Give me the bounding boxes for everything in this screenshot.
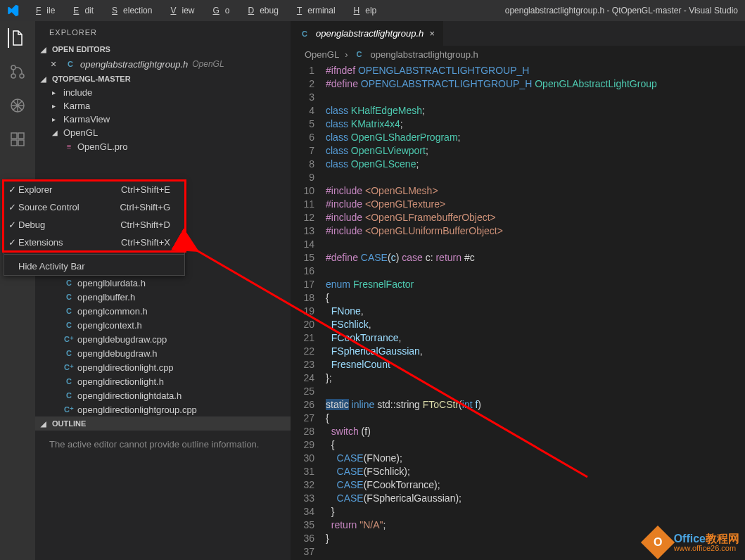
file-item[interactable]: C⁺opengldebugdraw.cpp — [35, 332, 291, 346]
file-item[interactable]: Copenglcommon.h — [35, 304, 291, 318]
c-file-icon: C — [63, 348, 75, 359]
menu-view[interactable]: View — [159, 3, 200, 18]
outline-header[interactable]: ◢ OUTLINE — [35, 416, 291, 431]
file-item[interactable]: ≡OpenGL.pro — [35, 139, 291, 153]
folder-item[interactable]: ◢OpenGL — [35, 126, 291, 139]
menu-edit[interactable]: Edit — [62, 3, 99, 18]
c-file-icon: C — [63, 305, 75, 317]
menu-label: Hide Activity Bar — [18, 261, 85, 272]
vscode-logo-icon — [0, 4, 25, 17]
code-lines[interactable]: #ifndef OPENGLABSTRACTLIGHTGROUP_H#defin… — [326, 63, 745, 560]
menu-label: Explorer — [18, 184, 52, 195]
chevron-icon: ◢ — [52, 129, 61, 136]
c-file-icon: C — [299, 28, 310, 39]
breadcrumb-item[interactable]: OpenGL — [305, 49, 339, 60]
folder-item[interactable]: ▸Karma — [35, 99, 291, 113]
file-item[interactable]: C⁺opengldirectionlightgroup.cpp — [35, 402, 291, 416]
explorer-icon[interactable] — [8, 28, 27, 48]
file-item[interactable]: Copenglblurdata.h — [35, 276, 291, 290]
open-editor-item[interactable]: × C openglabstractlightgroup.h OpenGL — [35, 56, 291, 72]
context-menu-item[interactable]: ✓Source ControlCtrl+Shift+G — [4, 198, 184, 216]
explorer-sidebar: EXPLORER ◢ OPEN EDITORS × C openglabstra… — [35, 21, 291, 560]
folder-item[interactable]: ▸KarmaView — [35, 113, 291, 126]
file-item[interactable]: Copengldirectionlight.h — [35, 374, 291, 388]
context-menu-item[interactable]: Hide Activity Bar — [4, 257, 184, 275]
menu-go[interactable]: Go — [201, 3, 235, 18]
debug-icon[interactable] — [8, 96, 27, 115]
cpp-file-icon: C⁺ — [63, 362, 75, 373]
svg-point-2 — [11, 74, 15, 78]
editor-tab[interactable]: C openglabstractlightgroup.h × — [291, 21, 444, 46]
folder-name: include — [63, 87, 92, 98]
activity-bar — [0, 21, 35, 560]
menu-file[interactable]: File — [25, 3, 61, 18]
title-bar: FileEditSelectionViewGoDebugTerminalHelp… — [0, 0, 745, 21]
file-name: opengldebugdraw.h — [77, 348, 158, 359]
activity-bar-context-menu: ✓ExplorerCtrl+Shift+E✓Source ControlCtrl… — [4, 180, 185, 276]
outline-label: OUTLINE — [52, 419, 86, 428]
c-file-icon: C — [63, 376, 75, 387]
folder-name: KarmaView — [63, 114, 110, 125]
chevron-icon: ▸ — [52, 89, 61, 96]
menu-label: Debug — [18, 219, 45, 230]
c-file-icon: C — [63, 277, 75, 288]
menu-selection[interactable]: Selection — [101, 3, 158, 18]
editor-tabs: C openglabstractlightgroup.h × — [291, 21, 745, 46]
svg-rect-5 — [18, 133, 24, 139]
chevron-right-icon: › — [345, 49, 348, 60]
menu-label: Extensions — [18, 237, 63, 248]
svg-rect-7 — [18, 140, 24, 146]
open-editors-label: OPEN EDITORS — [52, 45, 110, 53]
workspace-header[interactable]: ◢ QTOPENGL-MASTER — [35, 72, 291, 86]
breadcrumb-item[interactable]: openglabstractlightgroup.h — [371, 49, 478, 60]
svg-point-0 — [11, 65, 15, 70]
context-menu-item[interactable]: ✓DebugCtrl+Shift+D — [4, 216, 184, 234]
context-menu-item[interactable]: ✓ExplorerCtrl+Shift+E — [4, 181, 184, 198]
file-item[interactable]: Copenglcontext.h — [35, 318, 291, 332]
menu-debug[interactable]: Debug — [237, 3, 284, 18]
breadcrumb[interactable]: OpenGL › C openglabstractlightgroup.h — [291, 46, 745, 63]
chevron-icon: ▸ — [52, 115, 61, 123]
file-name: opengldirectionlight.cpp — [77, 362, 174, 373]
check-icon: ✓ — [8, 219, 16, 230]
menu-shortcut: Ctrl+Shift+E — [121, 184, 170, 195]
file-name: opengldirectionlight.h — [77, 376, 164, 387]
window-title: openglabstractlightgroup.h - QtOpenGL-ma… — [382, 6, 745, 15]
source-control-icon[interactable] — [8, 62, 27, 82]
file-name: OpenGL.pro — [77, 141, 128, 152]
file-item[interactable]: Copengldirectionlightdata.h — [35, 388, 291, 402]
file-name: openglblurdata.h — [77, 278, 146, 288]
menu-shortcut: Ctrl+Shift+G — [120, 202, 170, 212]
menu-help[interactable]: Help — [343, 3, 383, 18]
file-item[interactable]: Copengldebugdraw.h — [35, 346, 291, 360]
c-file-icon: C — [65, 58, 76, 70]
main-menu: FileEditSelectionViewGoDebugTerminalHelp — [25, 3, 382, 18]
watermark-badge-icon: O — [641, 526, 675, 559]
close-icon[interactable]: × — [51, 58, 61, 70]
c-file-icon: C — [63, 291, 75, 303]
c-file-icon: C — [63, 319, 75, 331]
line-numbers: 1234567891011121314151617181920212223242… — [291, 63, 326, 560]
watermark: O Office教程网 www.office26.com — [646, 530, 739, 554]
c-file-icon: C — [63, 390, 75, 401]
explorer-title: EXPLORER — [35, 21, 291, 42]
check-icon: ✓ — [8, 184, 16, 195]
folder-item[interactable]: ▸include — [35, 86, 291, 99]
pro-file-icon: ≡ — [63, 141, 75, 152]
folder-name: Karma — [63, 101, 90, 111]
menu-shortcut: Ctrl+Shift+D — [120, 219, 170, 230]
open-file-name: openglabstractlightgroup.h — [80, 59, 188, 70]
editor-area: C openglabstractlightgroup.h × OpenGL › … — [291, 21, 745, 560]
file-item[interactable]: Copenglbuffer.h — [35, 290, 291, 304]
file-name: opengldirectionlightdata.h — [77, 390, 182, 401]
file-name: openglbuffer.h — [77, 292, 135, 303]
open-editors-header[interactable]: ◢ OPEN EDITORS — [35, 42, 291, 56]
extensions-icon[interactable] — [8, 129, 27, 149]
code-editor[interactable]: 1234567891011121314151617181920212223242… — [291, 63, 745, 560]
c-file-icon: C — [354, 49, 365, 60]
close-icon[interactable]: × — [429, 28, 435, 39]
menu-terminal[interactable]: Terminal — [286, 3, 341, 18]
cpp-file-icon: C⁺ — [63, 333, 75, 345]
file-item[interactable]: C⁺opengldirectionlight.cpp — [35, 360, 291, 374]
context-menu-item[interactable]: ✓ExtensionsCtrl+Shift+X — [4, 234, 184, 251]
